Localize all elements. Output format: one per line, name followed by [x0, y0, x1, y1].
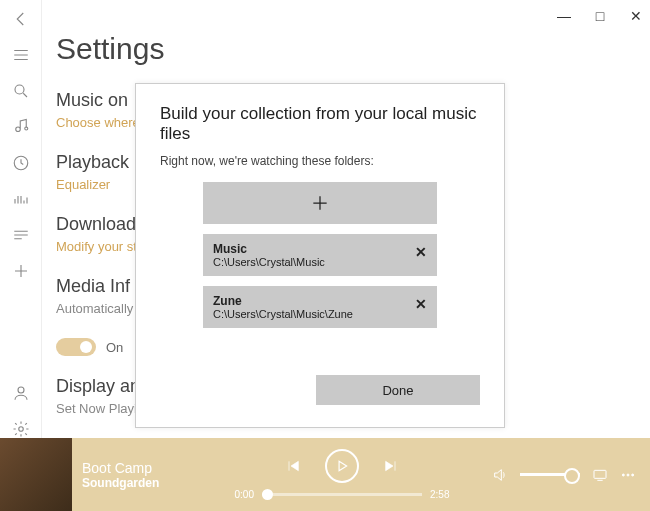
svg-point-7 — [627, 474, 629, 476]
svg-point-4 — [18, 427, 23, 432]
maximize-button[interactable]: □ — [592, 8, 608, 24]
add-folder-dialog: Build your collection from your local mu… — [135, 83, 505, 428]
folder-path: C:\Users\Crystal\Music\Zune — [213, 308, 353, 320]
minimize-button[interactable]: — — [556, 8, 572, 24]
music-icon[interactable] — [12, 118, 30, 136]
plus-icon — [310, 193, 330, 213]
time-elapsed: 0:00 — [235, 489, 254, 500]
album-art[interactable] — [0, 438, 72, 511]
svg-point-8 — [632, 474, 634, 476]
close-button[interactable]: ✕ — [628, 8, 644, 24]
playlist-icon[interactable] — [12, 226, 30, 244]
volume-slider[interactable] — [520, 473, 580, 476]
play-icon — [335, 459, 349, 473]
now-playing-icon[interactable] — [12, 190, 30, 208]
remove-folder-icon[interactable]: ✕ — [415, 296, 427, 312]
settings-icon[interactable] — [12, 420, 30, 438]
media-toggle-label: On — [106, 340, 123, 355]
add-folder-button[interactable] — [203, 182, 437, 224]
remove-folder-icon[interactable]: ✕ — [415, 244, 427, 260]
dialog-subtitle: Right now, we're watching these folders: — [160, 154, 480, 168]
search-icon[interactable] — [12, 82, 30, 100]
window-titlebar: — □ ✕ — [0, 0, 650, 32]
dialog-title: Build your collection from your local mu… — [160, 104, 480, 144]
svg-rect-5 — [594, 470, 606, 478]
sidebar — [0, 0, 42, 438]
done-button[interactable]: Done — [316, 375, 480, 405]
account-icon[interactable] — [12, 384, 30, 402]
svg-point-0 — [15, 85, 24, 94]
prev-icon[interactable] — [285, 458, 301, 474]
volume-icon[interactable] — [492, 467, 508, 483]
cast-icon[interactable] — [592, 467, 608, 483]
folder-item[interactable]: Music C:\Users\Crystal\Music ✕ — [203, 234, 437, 276]
folder-item[interactable]: Zune C:\Users\Crystal\Music\Zune ✕ — [203, 286, 437, 328]
svg-point-3 — [18, 387, 24, 393]
menu-icon[interactable] — [12, 46, 30, 64]
media-toggle[interactable] — [56, 338, 96, 356]
time-total: 2:58 — [430, 489, 449, 500]
recent-icon[interactable] — [12, 154, 30, 172]
back-icon[interactable] — [12, 10, 30, 28]
more-icon[interactable] — [620, 467, 636, 483]
folder-name: Zune — [213, 294, 242, 308]
next-icon[interactable] — [383, 458, 399, 474]
play-button[interactable] — [325, 449, 359, 483]
folder-path: C:\Users\Crystal\Music — [213, 256, 325, 268]
page-title: Settings — [56, 32, 636, 66]
svg-point-6 — [622, 474, 624, 476]
progress-bar[interactable] — [262, 493, 422, 496]
player-bar: Boot Camp Soundgarden 0:00 2:58 — [0, 438, 650, 511]
folder-name: Music — [213, 242, 247, 256]
add-icon[interactable] — [12, 262, 30, 280]
svg-point-1 — [24, 127, 27, 130]
